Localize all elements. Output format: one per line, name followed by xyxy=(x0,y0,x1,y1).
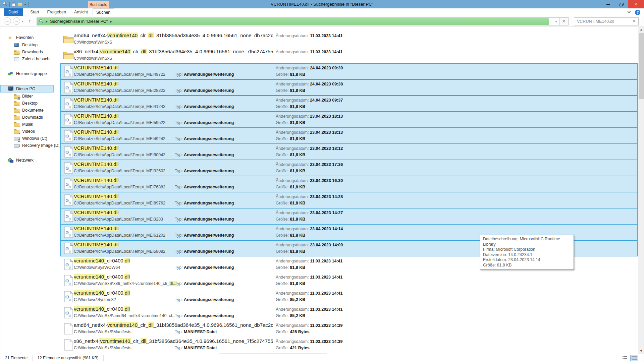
sidebar-item-netzwerk[interactable]: Netzwerk xyxy=(0,157,54,164)
sidebar-item-desktop[interactable]: ▫Desktop xyxy=(0,100,60,107)
file-date: Änderungsdatum: 11.03.2023 14:41 xyxy=(276,290,343,297)
breadcrumb-label[interactable]: Suchergebnisse in "Dieser PC" xyxy=(50,19,108,24)
scroll-down-icon[interactable]: ▼ xyxy=(638,348,644,354)
collapse-ribbon-icon[interactable] xyxy=(628,10,631,13)
file-row[interactable]: ⚙⚙vcruntime140_clr0400.dllC:\Windows\Sys… xyxy=(60,289,638,305)
file-path: C:\Benutzer\Ich\AppData\Local\Temp\_MEI6… xyxy=(74,233,165,238)
sidebar-item-dokumente[interactable]: ≡Dokumente xyxy=(0,107,60,114)
search-input[interactable] xyxy=(574,18,631,25)
thumbnail-view-icon[interactable] xyxy=(630,355,638,361)
file-type: Typ: MANIFEST-Datei xyxy=(175,329,217,334)
restore-button[interactable] xyxy=(615,0,628,8)
sidebar-item-label: Dokumente xyxy=(22,108,44,113)
sidebar-item-musik[interactable]: ♪Musik xyxy=(0,121,60,128)
sidebar-group-favoriten: FavoritenDesktop↓DownloadsZuletzt besuch… xyxy=(0,34,60,62)
dll-icon: ⚙⚙ xyxy=(63,307,74,318)
sidebar-item-zuletzt-besucht[interactable]: Zuletzt besucht xyxy=(0,55,60,62)
stop-search-button[interactable]: ✕ xyxy=(559,18,568,25)
tab-ansicht[interactable]: Ansicht xyxy=(71,8,91,16)
tab-freigeben[interactable]: Freigeben xyxy=(44,8,69,16)
breadcrumb[interactable]: ▶ Suchergebnisse in "Dieser PC" ▶ xyxy=(39,18,112,25)
address-bar[interactable]: ▶ Suchergebnisse in "Dieser PC" ▶ ▾ ✕ xyxy=(37,17,569,25)
file-row[interactable]: ⚙⚙VCRUNTIME140.dllC:\Benutzer\Ich\AppDat… xyxy=(60,79,638,96)
file-row[interactable]: ⚙⚙VCRUNTIME140.dllC:\Benutzer\Ich\AppDat… xyxy=(60,63,638,79)
scrollbar-thumb[interactable] xyxy=(639,33,644,99)
file-row[interactable]: ⚙⚙VCRUNTIME140.dllC:\Benutzer\Ich\AppDat… xyxy=(60,192,638,208)
file-name: VCRUNTIME140.dll xyxy=(74,65,118,70)
view-switcher xyxy=(621,355,638,361)
window-controls: × xyxy=(601,0,644,8)
scroll-up-icon[interactable]: ▲ xyxy=(638,27,644,33)
file-row[interactable]: ⚙⚙vcruntime140_clr0400.dllC:\Windows\Win… xyxy=(60,305,638,321)
sidebar-group-netzwerk: Netzwerk xyxy=(0,157,60,164)
tab-datei[interactable]: Datei xyxy=(4,8,23,16)
file-row[interactable]: x86_netfx4-vcruntime140_clr_dll_31bf3856… xyxy=(60,47,638,63)
sidebar-item-windows-c[interactable]: Windows (C:) xyxy=(0,135,60,142)
sidebar-item-downloads[interactable]: ↓Downloads xyxy=(0,48,60,55)
folder-download-icon: ↓ xyxy=(14,49,19,55)
sidebar-item-heimnetzgruppe[interactable]: Heimnetzgruppe xyxy=(0,70,54,77)
file-row[interactable]: amd64_netfx4-vcruntime140_clr_dll_31bf38… xyxy=(60,31,638,47)
file-name: x86_netfx4-vcruntime140_clr_dll_31bf3856… xyxy=(74,49,273,54)
file-path: C:\Windows\WinSxS\Manifests xyxy=(74,329,131,334)
desktop-folder-icon: ▫ xyxy=(14,101,19,106)
file-size: Größe: 81,8 KB xyxy=(276,264,343,271)
file-row[interactable]: amd64_netfx4-vcruntime140_clr_dll_31bf38… xyxy=(60,321,638,337)
sidebar-item-favoriten[interactable]: Favoriten xyxy=(0,34,54,41)
sidebar-item-videos[interactable]: ▸Videos xyxy=(0,128,60,135)
address-dropdown-icon[interactable]: ▾ xyxy=(555,20,557,23)
file-meta: Änderungsdatum: 11.03.2023 14:41Größe: 8… xyxy=(276,306,343,319)
svg-text:⚙: ⚙ xyxy=(68,185,71,189)
sidebar-item-bilder[interactable]: ▦Bilder xyxy=(0,93,60,100)
file-row[interactable]: ⚙⚙VCRUNTIME140.dllC:\Benutzer\Ich\AppDat… xyxy=(60,112,638,128)
clear-search-icon[interactable]: ✕ xyxy=(632,19,636,23)
chevron-right-icon[interactable]: ▶ xyxy=(110,20,112,23)
minimize-button[interactable] xyxy=(601,0,615,8)
forward-button[interactable]: → xyxy=(13,17,20,25)
details-view-icon[interactable] xyxy=(621,355,629,361)
dll-icon: ⚙⚙ xyxy=(63,259,74,270)
sidebar-item-label: Dieser PC xyxy=(16,86,35,91)
up-button[interactable]: ↑ xyxy=(29,18,31,23)
dll-icon: ⚙⚙ xyxy=(63,275,74,286)
file-type: Typ: Anwendungserweiterung xyxy=(175,72,234,77)
sidebar-item-recovery-image-d[interactable]: Recovery Image (D:) xyxy=(0,142,60,149)
close-button[interactable]: × xyxy=(628,0,644,8)
file-date: Änderungsdatum: 23.04.2023 18:13 xyxy=(276,113,343,120)
tooltip-line: Erstelldatum: 23.04.2023 14:14 xyxy=(483,257,571,263)
file-row[interactable]: ⚙⚙vcruntime140_clr0400.dllC:\Windows\Win… xyxy=(60,273,638,289)
file-size: Größe: 85,2 KB xyxy=(276,313,343,319)
file-name: VCRUNTIME140.dll xyxy=(74,177,118,183)
tab-suchen[interactable]: Suchen xyxy=(93,8,114,16)
drive-icon xyxy=(14,143,19,148)
file-row[interactable]: ⚙⚙VCRUNTIME140.dllC:\Benutzer\Ich\AppDat… xyxy=(60,128,638,144)
new-folder-icon[interactable] xyxy=(18,3,22,6)
file-row[interactable]: ⚙⚙VCRUNTIME140.dllC:\Benutzer\Ich\AppDat… xyxy=(60,144,638,160)
help-icon[interactable]: ? xyxy=(635,10,640,15)
file-row[interactable]: ⚙⚙VCRUNTIME140.dllC:\Benutzer\Ich\AppDat… xyxy=(60,176,638,192)
file-type: Typ: Anwendungserweiterung xyxy=(175,233,234,238)
search-box[interactable]: ✕ xyxy=(574,17,639,25)
file-meta: Änderungsdatum: 23.04.2023 18:12Größe: 8… xyxy=(276,145,343,158)
chevron-right-icon[interactable]: ▶ xyxy=(46,20,48,23)
vertical-scrollbar[interactable]: ▲ ▼ xyxy=(638,27,644,354)
sidebar-item-dieser-pc[interactable]: Dieser PC xyxy=(0,85,54,93)
sidebar-item-downloads[interactable]: ↓Downloads xyxy=(0,114,60,121)
customize-qat-arrow[interactable]: ▾ xyxy=(24,3,26,6)
file-path: C:\Windows\WinSxS xyxy=(74,56,112,61)
file-size: Größe: 421 Bytes xyxy=(276,345,343,351)
back-button[interactable]: ← xyxy=(4,17,11,25)
file-row[interactable]: ⚙⚙VCRUNTIME140.dllC:\Benutzer\Ich\AppDat… xyxy=(60,96,638,112)
file-date: Änderungsdatum: 11.03.2023 14:41 xyxy=(276,258,343,264)
file-row[interactable]: x86_netfx4-vcruntime140_clr_dll_31bf3856… xyxy=(60,337,638,353)
history-dropdown-icon[interactable]: ▾ xyxy=(22,20,23,23)
sidebar-item-label: Recovery Image (D:) xyxy=(22,143,60,148)
tab-start[interactable]: Start xyxy=(27,8,42,16)
sidebar-item-desktop[interactable]: Desktop xyxy=(0,41,60,48)
file-row[interactable]: ⚙⚙VCRUNTIME140.dllC:\Benutzer\Ich\AppDat… xyxy=(60,208,638,224)
file-row[interactable]: ⚙⚙VCRUNTIME140.dllC:\Benutzer\Ich\AppDat… xyxy=(60,160,638,176)
file-size: Größe: 81,8 KB xyxy=(276,248,343,255)
properties-icon[interactable] xyxy=(12,2,15,7)
dll-icon: ⚙⚙ xyxy=(63,210,74,222)
dll-icon: ⚙⚙ xyxy=(63,98,74,109)
